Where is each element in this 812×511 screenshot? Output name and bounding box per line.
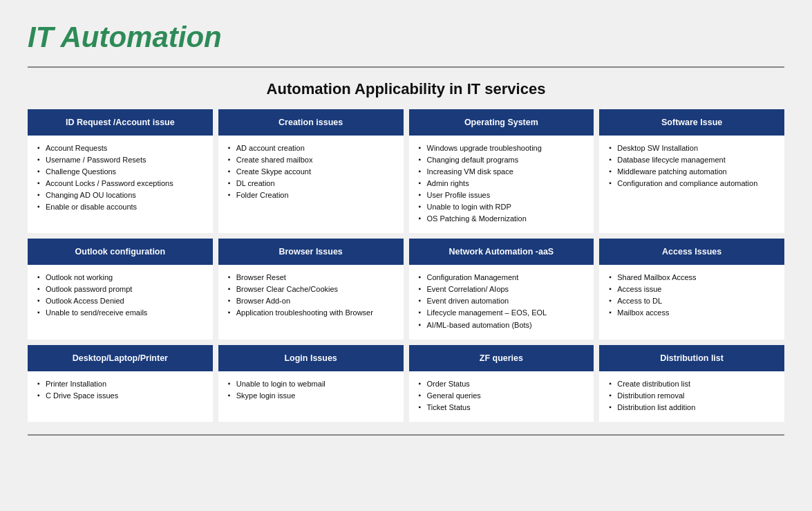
card-header-browser-issues: Browser Issues xyxy=(218,239,404,265)
card-body-zf-queries: Order Status General queries Ticket Stat… xyxy=(409,371,594,422)
card-body-operating-system: Windows upgrade troubleshooting Changing… xyxy=(409,136,594,233)
card-outlook-configuration: Outlook configuration Outlook not workin… xyxy=(28,239,213,339)
card-body-software-issue: Desktop SW Installation Database lifecyc… xyxy=(599,136,784,233)
list-item: Create distribution list xyxy=(609,378,777,390)
card-header-operating-system: Operating System xyxy=(409,109,594,136)
list-item: Changing default programs xyxy=(419,154,587,166)
list-item: Challenge Questions xyxy=(37,166,206,178)
list-item: Account Locks / Password exceptions xyxy=(37,178,206,189)
list-item: Unable to login with RDP xyxy=(419,201,587,213)
list-item: Create shared mailbox xyxy=(228,154,397,166)
card-header-id-request: ID Request /Account issue xyxy=(28,109,213,136)
card-body-browser-issues: Browser Reset Browser Clear Cache/Cookie… xyxy=(218,265,404,339)
list-item: Middleware patching automation xyxy=(609,166,777,178)
list-item: Event Correlation/ AIops xyxy=(419,284,587,295)
card-header-desktop-laptop-printer: Desktop/Laptop/Printer xyxy=(28,345,213,371)
list-item: DL creation xyxy=(228,178,397,189)
card-body-id-request: Account Requests Username / Password Res… xyxy=(28,136,213,233)
main-grid: ID Request /Account issue Account Reques… xyxy=(28,109,784,422)
card-header-creation-issues: Creation issues xyxy=(218,109,404,136)
list-item: Unable to send/receive emails xyxy=(37,307,206,319)
card-header-login-issues: Login Issues xyxy=(218,345,404,371)
list-item: Folder Creation xyxy=(228,189,397,201)
list-item: Shared Mailbox Access xyxy=(609,272,777,284)
list-item: Distribution removal xyxy=(609,390,777,402)
list-item: Outlook password prompt xyxy=(37,284,206,295)
card-distribution-list: Distribution list Create distribution li… xyxy=(599,345,784,422)
card-body-network-automation: Configuration Management Event Correlati… xyxy=(409,265,594,339)
list-item: Skype login issue xyxy=(228,390,397,402)
card-zf-queries: ZF queries Order Status General queries … xyxy=(409,345,594,422)
top-divider xyxy=(28,66,784,68)
card-browser-issues: Browser Issues Browser Reset Browser Cle… xyxy=(218,239,404,339)
card-creation-issues: Creation issues AD account creation Crea… xyxy=(218,109,404,233)
card-body-outlook-configuration: Outlook not working Outlook password pro… xyxy=(28,265,213,339)
list-item: Browser Reset xyxy=(228,272,397,284)
list-item: Browser Add-on xyxy=(228,295,397,307)
section-title: Automation Applicability in IT services xyxy=(28,80,784,98)
list-item: AD account creation xyxy=(228,142,397,154)
list-item: Lifecycle management – EOS, EOL xyxy=(419,307,587,319)
list-item: General queries xyxy=(419,390,587,402)
card-body-desktop-laptop-printer: Printer Installation C Drive Space issue… xyxy=(28,371,213,422)
list-item: C Drive Space issues xyxy=(37,390,206,402)
list-item: Desktop SW Installation xyxy=(609,142,777,154)
card-body-login-issues: Unable to login to webmail Skype login i… xyxy=(218,371,404,422)
list-item: Database lifecycle management xyxy=(609,154,777,166)
list-item: Username / Password Resets xyxy=(37,154,206,166)
card-network-automation: Network Automation -aaS Configuration Ma… xyxy=(409,239,594,339)
card-header-access-issues: Access Issues xyxy=(599,239,784,265)
list-item: Access issue xyxy=(609,284,777,295)
card-id-request: ID Request /Account issue Account Reques… xyxy=(28,109,213,233)
list-item: Order Status xyxy=(419,378,587,390)
list-item: AI/ML-based automation (Bots) xyxy=(419,319,587,331)
card-header-outlook-configuration: Outlook configuration xyxy=(28,239,213,265)
list-item: Application troubleshooting with Browser xyxy=(228,307,397,319)
card-header-network-automation: Network Automation -aaS xyxy=(409,239,594,265)
card-desktop-laptop-printer: Desktop/Laptop/Printer Printer Installat… xyxy=(28,345,213,422)
card-body-access-issues: Shared Mailbox Access Access issue Acces… xyxy=(599,265,784,339)
list-item: Create Skype account xyxy=(228,166,397,178)
card-login-issues: Login Issues Unable to login to webmail … xyxy=(218,345,404,422)
card-header-distribution-list: Distribution list xyxy=(599,345,784,371)
list-item: OS Patching & Modernization xyxy=(419,213,587,225)
list-item: Configuration and compliance automation xyxy=(609,178,777,189)
card-header-software-issue: Software Issue xyxy=(599,109,784,136)
card-access-issues: Access Issues Shared Mailbox Access Acce… xyxy=(599,239,784,339)
list-item: Browser Clear Cache/Cookies xyxy=(228,284,397,295)
list-item: User Profile issues xyxy=(419,189,587,201)
list-item: Enable or disable accounts xyxy=(37,201,206,213)
list-item: Windows upgrade troubleshooting xyxy=(419,142,587,154)
list-item: Account Requests xyxy=(37,142,206,154)
page-title: IT Automation xyxy=(28,21,784,54)
list-item: Distribution list addition xyxy=(609,402,777,414)
list-item: Outlook not working xyxy=(37,272,206,284)
list-item: Changing AD OU locations xyxy=(37,189,206,201)
list-item: Mailbox access xyxy=(609,307,777,319)
list-item: Increasing VM disk space xyxy=(419,166,587,178)
list-item: Admin rights xyxy=(419,178,587,189)
list-item: Access to DL xyxy=(609,295,777,307)
card-body-creation-issues: AD account creation Create shared mailbo… xyxy=(218,136,404,233)
list-item: Outlook Access Denied xyxy=(37,295,206,307)
card-body-distribution-list: Create distribution list Distribution re… xyxy=(599,371,784,422)
card-software-issue: Software Issue Desktop SW Installation D… xyxy=(599,109,784,233)
list-item: Printer Installation xyxy=(37,378,206,390)
list-item: Event driven automation xyxy=(419,295,587,307)
card-header-zf-queries: ZF queries xyxy=(409,345,594,371)
list-item: Unable to login to webmail xyxy=(228,378,397,390)
bottom-divider xyxy=(28,434,784,436)
list-item: Configuration Management xyxy=(419,272,587,284)
list-item: Ticket Status xyxy=(419,402,587,414)
card-operating-system: Operating System Windows upgrade trouble… xyxy=(409,109,594,233)
